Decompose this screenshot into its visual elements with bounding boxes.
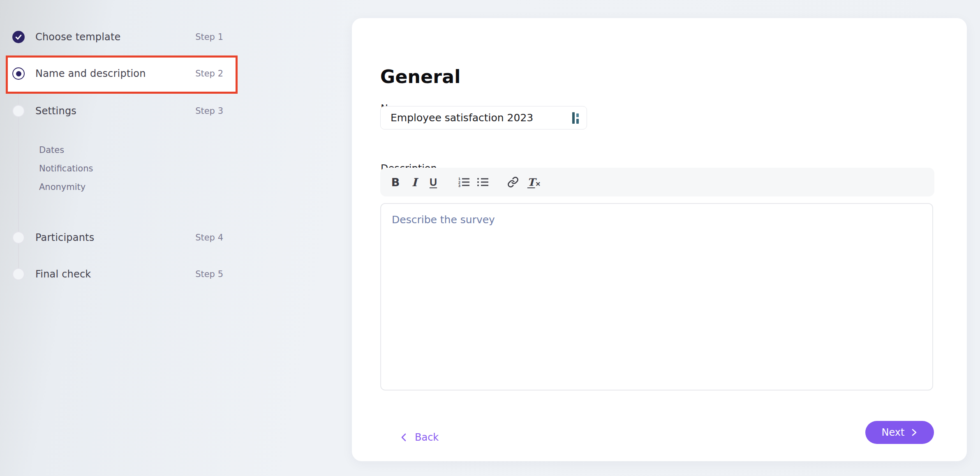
step-todo-circle-icon	[12, 105, 25, 117]
step-label: Participants	[35, 232, 94, 243]
substep-dates[interactable]: Dates	[39, 143, 64, 157]
wizard-stepper: Choose template Step 1 Name and descript…	[0, 0, 255, 476]
bullet-list-icon[interactable]	[476, 175, 489, 189]
name-field-wrapper	[380, 106, 587, 129]
step-todo-circle-icon	[12, 231, 25, 244]
step-number: Step 3	[195, 106, 223, 116]
ordered-list-icon[interactable]: 1 2 3	[458, 175, 470, 189]
substep-notifications[interactable]: Notifications	[39, 162, 93, 175]
stepper-item-name-description[interactable]: Name and description Step 2	[0, 66, 230, 81]
link-icon[interactable]	[507, 175, 519, 189]
substep-anonymity[interactable]: Anonymity	[39, 180, 86, 194]
survey-name-input[interactable]	[380, 106, 587, 129]
chevron-left-icon	[400, 432, 408, 442]
general-step-panel: General Name Description B I U 1 2 3	[352, 18, 967, 461]
step-number: Step 1	[195, 32, 223, 42]
underline-icon[interactable]: U	[427, 175, 439, 189]
page-title: General	[380, 66, 461, 87]
step-active-radio-icon	[12, 67, 25, 80]
stepper-item-choose-template[interactable]: Choose template Step 1	[0, 30, 230, 44]
step-todo-circle-icon	[12, 268, 25, 280]
bold-icon[interactable]: B	[389, 175, 402, 189]
step-label: Settings	[35, 105, 76, 117]
step-label: Final check	[35, 268, 91, 280]
step-number: Step 4	[195, 233, 223, 243]
stepper-item-settings[interactable]: Settings Step 3	[0, 104, 230, 118]
chevron-right-icon	[910, 428, 918, 437]
step-label: Name and description	[35, 68, 146, 79]
clear-formatting-icon[interactable]: T ✕	[526, 175, 542, 189]
survey-description-textarea[interactable]	[380, 203, 933, 391]
step-number: Step 5	[195, 269, 223, 279]
survey-wizard-screen: Choose template Step 1 Name and descript…	[0, 0, 980, 476]
svg-text:3: 3	[458, 184, 460, 188]
stepper-item-participants[interactable]: Participants Step 4	[0, 230, 230, 245]
italic-icon[interactable]: I	[408, 175, 421, 189]
next-button[interactable]: Next	[865, 421, 934, 444]
richtext-toolbar: B I U 1 2 3	[380, 168, 934, 196]
back-button[interactable]: Back	[400, 432, 439, 443]
back-button-label: Back	[415, 432, 439, 443]
step-complete-check-icon	[12, 31, 25, 43]
step-number: Step 2	[195, 69, 223, 79]
stepper-item-final-check[interactable]: Final check Step 5	[0, 267, 230, 282]
step-label: Choose template	[35, 31, 121, 43]
next-button-label: Next	[882, 427, 905, 438]
text-variable-bars-icon	[572, 112, 581, 124]
